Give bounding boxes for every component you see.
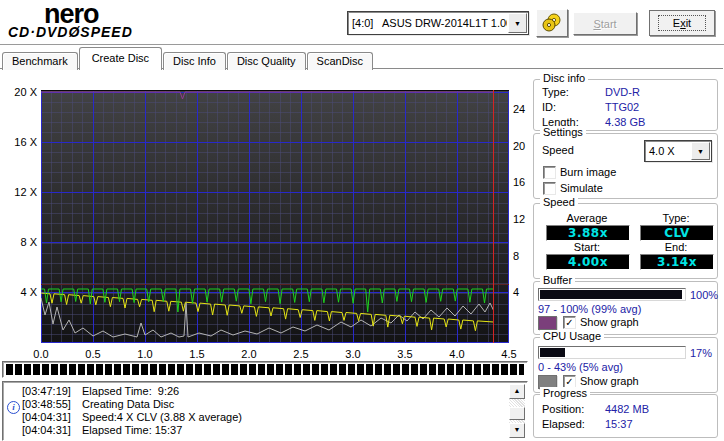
x-axis-tick: 4.0 bbox=[442, 348, 472, 360]
tab-strip: BenchmarkCreate DiscDisc InfoDisc Qualit… bbox=[2, 48, 374, 69]
chevron-down-icon[interactable]: ▼ bbox=[691, 142, 710, 160]
y-axis-left-tick: 4 X bbox=[3, 286, 37, 298]
chevron-down-icon[interactable]: ▼ bbox=[508, 13, 527, 33]
log-message: Speed:4 X CLV (3.88 X average) bbox=[82, 411, 242, 423]
tab-scandisc[interactable]: ScanDisc bbox=[307, 52, 373, 70]
progress-label: Elapsed: bbox=[542, 418, 585, 430]
settings-checkbox-label: Burn image bbox=[560, 166, 616, 178]
drive-select-value: [4:0] ASUS DRW-2014L1T 1.00 bbox=[348, 17, 507, 29]
x-axis-tick: 0.5 bbox=[78, 348, 108, 360]
cpu-usage-bar bbox=[538, 346, 686, 359]
log-row: [04:04:31]Elapsed Time: 15:37 bbox=[7, 424, 182, 437]
disc-info-title: Disc info bbox=[540, 72, 588, 84]
log-row: i[03:48:55]Creating Data Disc bbox=[7, 398, 174, 411]
cpu-usage-fill bbox=[540, 348, 565, 357]
log-message: Elapsed Time: 15:37 bbox=[82, 424, 182, 436]
speed-graph bbox=[41, 90, 509, 343]
y-axis-left-tick: 16 X bbox=[3, 136, 37, 148]
log-timestamp: [04:04:31] bbox=[22, 424, 82, 437]
speed-cell-value: 4.00x bbox=[546, 254, 630, 270]
y-axis-right-tick: 16 bbox=[513, 176, 525, 188]
disc-info-value: 4.38 GB bbox=[605, 116, 645, 128]
x-axis-tick: 3.0 bbox=[338, 348, 368, 360]
disc-info-value: TTG02 bbox=[605, 101, 639, 113]
buffer-groupbox: Buffer 100% 97 - 100% (99% avg) ✓ Show g… bbox=[533, 281, 718, 335]
tab-create-disc[interactable]: Create Disc bbox=[79, 47, 162, 70]
buffer-show-graph-checkbox[interactable]: ✓ bbox=[563, 316, 576, 329]
log-timestamp: [03:48:55] bbox=[22, 398, 82, 411]
disc-info-value: DVD-R bbox=[605, 86, 640, 98]
drive-select-combobox[interactable]: [4:0] ASUS DRW-2014L1T 1.00 ▼ bbox=[347, 11, 529, 35]
disc-info-label: Type: bbox=[542, 86, 569, 98]
log-timestamp: [04:04:31] bbox=[22, 411, 82, 424]
disc-info-groupbox: Disc info Type:DVD-RID:TTG02Length:4.38 … bbox=[533, 79, 718, 131]
progress-groupbox: Progress Position:4482 MBElapsed:15:37 bbox=[533, 394, 718, 438]
progress-label: Position: bbox=[542, 403, 584, 415]
start-button[interactable]: Start bbox=[573, 12, 637, 35]
log-timestamp: [03:47:19] bbox=[22, 385, 82, 398]
overall-progress-bar bbox=[2, 361, 528, 378]
x-axis-tick: 4.5 bbox=[494, 348, 524, 360]
exit-button-label: Exit bbox=[658, 15, 706, 31]
settings-checkbox-label: Simulate bbox=[560, 182, 603, 194]
log-row: [03:47:19]Elapsed Time: 9:26 bbox=[7, 385, 179, 398]
tab-benchmark[interactable]: Benchmark bbox=[2, 52, 78, 70]
y-axis-left-tick: 8 X bbox=[3, 236, 37, 248]
speed-cell-label: End: bbox=[640, 241, 712, 253]
buffer-level-bar bbox=[538, 288, 686, 301]
progress-title: Progress bbox=[540, 387, 590, 399]
status-log: [03:47:19]Elapsed Time: 9:26i[03:48:55]C… bbox=[2, 381, 528, 441]
speed-cell-label: Start: bbox=[546, 241, 628, 253]
log-row: [04:04:31]Speed:4 X CLV (3.88 X average) bbox=[7, 411, 242, 424]
y-axis-right-tick: 24 bbox=[513, 103, 525, 115]
buffer-range-text: 97 - 100% (99% avg) bbox=[538, 303, 641, 315]
toolbar-divider bbox=[0, 44, 724, 46]
x-axis-tick: 1.0 bbox=[130, 348, 160, 360]
scroll-up-icon[interactable]: ▲ bbox=[509, 384, 525, 399]
x-axis-tick: 1.5 bbox=[182, 348, 212, 360]
cpu-usage-title: CPU Usage bbox=[540, 330, 604, 342]
x-axis-tick: 2.0 bbox=[234, 348, 264, 360]
buffer-level-fill bbox=[540, 290, 682, 299]
y-axis-left-tick: 12 X bbox=[3, 186, 37, 198]
eject-disc-button[interactable] bbox=[536, 9, 568, 37]
settings-title: Settings bbox=[540, 126, 586, 138]
buffer-percent: 100% bbox=[690, 289, 718, 301]
settings-groupbox: Settings Speed 4.0 X ▼ Burn imageSimulat… bbox=[533, 133, 718, 199]
y-axis-right-tick: 20 bbox=[513, 140, 525, 152]
progress-value: 4482 MB bbox=[605, 403, 649, 415]
nero-cd-dvd-speed-window: nero CD·DVDØSPEED [4:0] ASUS DRW-2014L1T… bbox=[0, 0, 724, 441]
cpu-range-text: 0 - 43% (5% avg) bbox=[538, 361, 623, 373]
speed-cell-label: Average bbox=[546, 212, 628, 224]
speed-cell-label: Type: bbox=[640, 212, 712, 224]
buffer-title: Buffer bbox=[540, 274, 575, 286]
speed-select-value: 4.0 X bbox=[645, 145, 690, 157]
tab-disc-info[interactable]: Disc Info bbox=[163, 52, 226, 70]
exit-button[interactable]: Exit bbox=[649, 10, 715, 36]
speed-cell-value: 3.88x bbox=[546, 225, 630, 241]
speed-cell-value: CLV bbox=[640, 225, 714, 241]
cpu-show-graph-label: Show graph bbox=[580, 375, 639, 387]
scroll-down-icon[interactable]: ▼ bbox=[509, 423, 525, 438]
disc-info-label: ID: bbox=[542, 101, 556, 113]
buffer-show-graph-label: Show graph bbox=[580, 316, 639, 328]
speed-select-combobox[interactable]: 4.0 X ▼ bbox=[644, 140, 712, 162]
y-axis-left-tick: 20 X bbox=[3, 86, 37, 98]
cd-dvd-speed-logo-text: CD·DVDØSPEED bbox=[8, 24, 178, 40]
log-scrollbar[interactable]: ▲ ▼ bbox=[509, 384, 525, 438]
x-axis-tick: 2.5 bbox=[286, 348, 316, 360]
log-message: Elapsed Time: 9:26 bbox=[82, 385, 179, 397]
speed-panel-title: Speed bbox=[540, 196, 578, 208]
x-axis-tick: 3.5 bbox=[390, 348, 420, 360]
y-axis-right-tick: 8 bbox=[513, 250, 519, 262]
cpu-percent: 17% bbox=[690, 347, 712, 359]
settings-checkbox-simulate[interactable] bbox=[543, 182, 556, 195]
settings-checkbox-burn-image[interactable] bbox=[543, 166, 556, 179]
scrollbar-thumb[interactable] bbox=[509, 407, 525, 420]
x-axis-tick: 0.0 bbox=[26, 348, 56, 360]
speed-graph-canvas bbox=[41, 90, 509, 343]
tab-disc-quality[interactable]: Disc Quality bbox=[227, 52, 306, 70]
log-message: Creating Data Disc bbox=[82, 398, 174, 410]
discs-icon bbox=[541, 13, 563, 33]
y-axis-right-tick: 4 bbox=[513, 286, 519, 298]
